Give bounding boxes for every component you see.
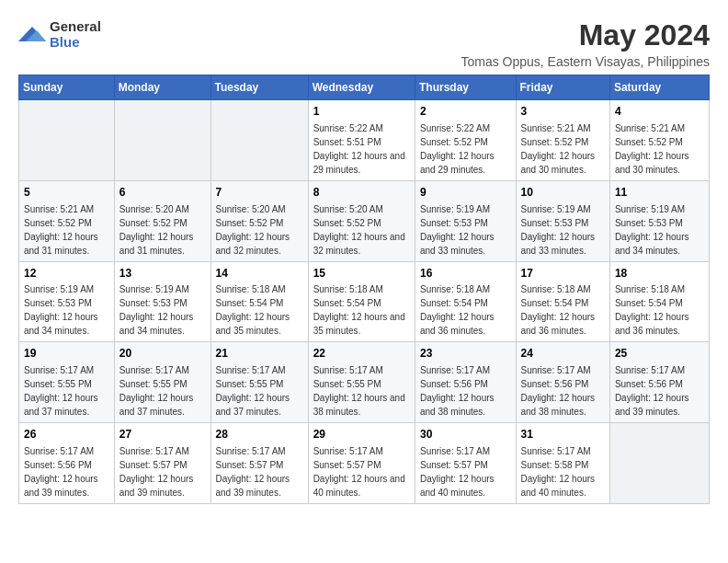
day-header: Saturday xyxy=(609,75,709,100)
day-number: 27 xyxy=(119,427,206,442)
calendar-cell: 23Sunrise: 5:17 AMSunset: 5:56 PMDayligh… xyxy=(415,342,516,423)
day-info: Sunrise: 5:19 AMSunset: 5:53 PMDaylight:… xyxy=(420,202,511,258)
calendar-cell: 22Sunrise: 5:17 AMSunset: 5:55 PMDayligh… xyxy=(308,342,415,423)
day-number: 30 xyxy=(420,427,511,442)
day-number: 25 xyxy=(615,346,704,362)
day-number: 31 xyxy=(521,427,605,442)
calendar-cell: 4Sunrise: 5:21 AMSunset: 5:52 PMDaylight… xyxy=(609,100,709,181)
calendar-week-row: 19Sunrise: 5:17 AMSunset: 5:55 PMDayligh… xyxy=(19,342,710,423)
day-number: 5 xyxy=(24,185,109,201)
day-info: Sunrise: 5:21 AMSunset: 5:52 PMDaylight:… xyxy=(615,121,704,177)
day-info: Sunrise: 5:20 AMSunset: 5:52 PMDaylight:… xyxy=(313,202,410,258)
day-number: 24 xyxy=(521,346,605,362)
day-number: 29 xyxy=(313,427,410,442)
day-number: 20 xyxy=(119,346,206,362)
day-info: Sunrise: 5:19 AMSunset: 5:53 PMDaylight:… xyxy=(119,282,206,338)
day-header: Thursday xyxy=(415,75,516,100)
day-info: Sunrise: 5:18 AMSunset: 5:54 PMDaylight:… xyxy=(313,282,410,338)
subtitle: Tomas Oppus, Eastern Visayas, Philippine… xyxy=(461,54,710,69)
calendar-cell: 3Sunrise: 5:21 AMSunset: 5:52 PMDaylight… xyxy=(516,100,609,181)
calendar-cell: 10Sunrise: 5:19 AMSunset: 5:53 PMDayligh… xyxy=(516,180,609,261)
calendar-cell: 17Sunrise: 5:18 AMSunset: 5:54 PMDayligh… xyxy=(516,261,609,342)
day-number: 15 xyxy=(313,266,410,282)
day-info: Sunrise: 5:22 AMSunset: 5:52 PMDaylight:… xyxy=(420,121,511,177)
calendar-cell: 19Sunrise: 5:17 AMSunset: 5:55 PMDayligh… xyxy=(19,342,115,423)
day-info: Sunrise: 5:17 AMSunset: 5:57 PMDaylight:… xyxy=(420,444,511,500)
day-header: Monday xyxy=(114,75,210,100)
day-info: Sunrise: 5:21 AMSunset: 5:52 PMDaylight:… xyxy=(521,121,605,177)
day-info: Sunrise: 5:17 AMSunset: 5:57 PMDaylight:… xyxy=(313,444,410,500)
day-number: 9 xyxy=(420,185,511,201)
calendar-cell: 6Sunrise: 5:20 AMSunset: 5:52 PMDaylight… xyxy=(114,180,210,261)
day-info: Sunrise: 5:17 AMSunset: 5:55 PMDaylight:… xyxy=(313,363,410,419)
calendar-cell: 2Sunrise: 5:22 AMSunset: 5:52 PMDaylight… xyxy=(415,100,516,181)
calendar-cell xyxy=(210,100,308,181)
calendar-cell: 18Sunrise: 5:18 AMSunset: 5:54 PMDayligh… xyxy=(609,261,709,342)
logo-icon xyxy=(18,23,46,45)
calendar-cell: 30Sunrise: 5:17 AMSunset: 5:57 PMDayligh… xyxy=(415,423,516,504)
day-number: 22 xyxy=(313,346,410,362)
day-number: 7 xyxy=(216,185,303,201)
day-info: Sunrise: 5:17 AMSunset: 5:55 PMDaylight:… xyxy=(119,363,206,419)
day-number: 19 xyxy=(24,346,109,362)
calendar-cell: 13Sunrise: 5:19 AMSunset: 5:53 PMDayligh… xyxy=(114,261,210,342)
day-number: 13 xyxy=(119,266,206,282)
calendar-cell: 29Sunrise: 5:17 AMSunset: 5:57 PMDayligh… xyxy=(308,423,415,504)
day-info: Sunrise: 5:19 AMSunset: 5:53 PMDaylight:… xyxy=(615,202,704,258)
calendar-cell xyxy=(114,100,210,181)
calendar-cell: 8Sunrise: 5:20 AMSunset: 5:52 PMDaylight… xyxy=(308,180,415,261)
day-number: 4 xyxy=(615,104,704,120)
calendar-cell: 25Sunrise: 5:17 AMSunset: 5:56 PMDayligh… xyxy=(609,342,709,423)
calendar-cell: 31Sunrise: 5:17 AMSunset: 5:58 PMDayligh… xyxy=(516,423,609,504)
day-header: Friday xyxy=(516,75,609,100)
day-info: Sunrise: 5:17 AMSunset: 5:56 PMDaylight:… xyxy=(521,363,605,419)
calendar-cell: 7Sunrise: 5:20 AMSunset: 5:52 PMDaylight… xyxy=(210,180,308,261)
logo-text: General Blue xyxy=(50,18,101,50)
day-number: 23 xyxy=(420,346,511,362)
calendar-cell: 5Sunrise: 5:21 AMSunset: 5:52 PMDaylight… xyxy=(19,180,115,261)
day-info: Sunrise: 5:17 AMSunset: 5:55 PMDaylight:… xyxy=(24,363,109,419)
calendar-cell xyxy=(609,423,709,504)
day-info: Sunrise: 5:17 AMSunset: 5:56 PMDaylight:… xyxy=(24,444,109,500)
calendar-cell: 24Sunrise: 5:17 AMSunset: 5:56 PMDayligh… xyxy=(516,342,609,423)
calendar-week-row: 26Sunrise: 5:17 AMSunset: 5:56 PMDayligh… xyxy=(19,423,710,504)
calendar-week-row: 5Sunrise: 5:21 AMSunset: 5:52 PMDaylight… xyxy=(19,180,710,261)
logo: General Blue xyxy=(18,18,101,50)
calendar-cell: 21Sunrise: 5:17 AMSunset: 5:55 PMDayligh… xyxy=(210,342,308,423)
day-number: 6 xyxy=(119,185,206,201)
day-number: 1 xyxy=(313,104,410,120)
calendar-cell: 9Sunrise: 5:19 AMSunset: 5:53 PMDaylight… xyxy=(415,180,516,261)
calendar-cell: 27Sunrise: 5:17 AMSunset: 5:57 PMDayligh… xyxy=(114,423,210,504)
day-info: Sunrise: 5:18 AMSunset: 5:54 PMDaylight:… xyxy=(615,282,704,338)
calendar-week-row: 12Sunrise: 5:19 AMSunset: 5:53 PMDayligh… xyxy=(19,261,710,342)
calendar-week-row: 1Sunrise: 5:22 AMSunset: 5:51 PMDaylight… xyxy=(19,100,710,181)
calendar-cell xyxy=(19,100,115,181)
day-info: Sunrise: 5:18 AMSunset: 5:54 PMDaylight:… xyxy=(420,282,511,338)
day-number: 21 xyxy=(216,346,303,362)
main-title: May 2024 xyxy=(461,18,710,52)
day-info: Sunrise: 5:19 AMSunset: 5:53 PMDaylight:… xyxy=(521,202,605,258)
calendar-cell: 26Sunrise: 5:17 AMSunset: 5:56 PMDayligh… xyxy=(19,423,115,504)
day-info: Sunrise: 5:17 AMSunset: 5:57 PMDaylight:… xyxy=(216,444,303,500)
day-number: 2 xyxy=(420,104,511,120)
calendar-cell: 1Sunrise: 5:22 AMSunset: 5:51 PMDaylight… xyxy=(308,100,415,181)
day-number: 26 xyxy=(24,427,109,442)
calendar-cell: 28Sunrise: 5:17 AMSunset: 5:57 PMDayligh… xyxy=(210,423,308,504)
day-header: Sunday xyxy=(19,75,115,100)
day-number: 16 xyxy=(420,266,511,282)
calendar-cell: 15Sunrise: 5:18 AMSunset: 5:54 PMDayligh… xyxy=(308,261,415,342)
day-number: 10 xyxy=(521,185,605,201)
calendar-header-row: SundayMondayTuesdayWednesdayThursdayFrid… xyxy=(19,75,710,100)
day-info: Sunrise: 5:19 AMSunset: 5:53 PMDaylight:… xyxy=(24,282,109,338)
calendar-cell: 14Sunrise: 5:18 AMSunset: 5:54 PMDayligh… xyxy=(210,261,308,342)
title-section: May 2024 Tomas Oppus, Eastern Visayas, P… xyxy=(461,18,710,69)
calendar-cell: 20Sunrise: 5:17 AMSunset: 5:55 PMDayligh… xyxy=(114,342,210,423)
day-number: 18 xyxy=(615,266,704,282)
day-info: Sunrise: 5:18 AMSunset: 5:54 PMDaylight:… xyxy=(216,282,303,338)
calendar-table: SundayMondayTuesdayWednesdayThursdayFrid… xyxy=(18,75,710,504)
day-number: 17 xyxy=(521,266,605,282)
day-info: Sunrise: 5:18 AMSunset: 5:54 PMDaylight:… xyxy=(521,282,605,338)
day-info: Sunrise: 5:17 AMSunset: 5:58 PMDaylight:… xyxy=(521,444,605,500)
day-info: Sunrise: 5:17 AMSunset: 5:55 PMDaylight:… xyxy=(216,363,303,419)
calendar-cell: 11Sunrise: 5:19 AMSunset: 5:53 PMDayligh… xyxy=(609,180,709,261)
